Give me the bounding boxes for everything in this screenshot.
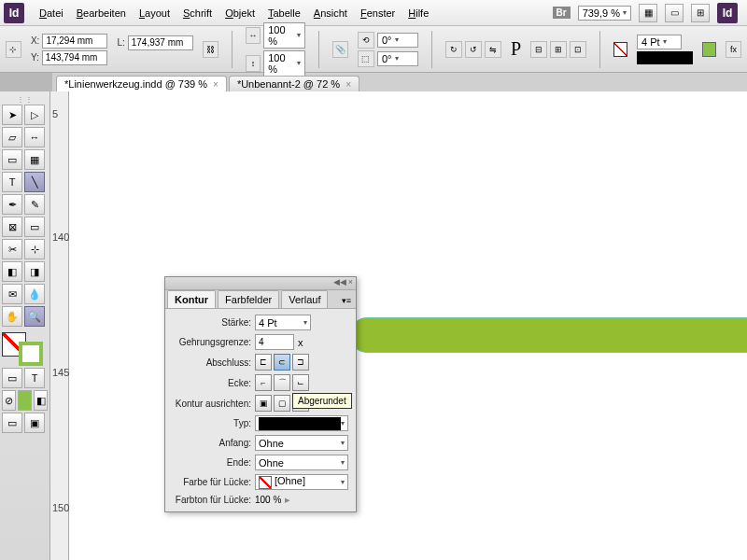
gradient-tool[interactable]: ◧ [2,261,22,282]
menu-hilfe[interactable]: Hilfe [402,4,434,22]
pencil-tool[interactable]: ✎ [24,194,45,215]
close-icon[interactable]: × [345,79,351,90]
page-tool[interactable]: ▱ [2,127,22,147]
constrain-icon[interactable]: ⛓ [203,41,218,58]
anfang-dropdown[interactable]: Ohne [255,435,348,451]
fill-stroke-swatches[interactable] [2,332,45,366]
gehrung-suffix: x [298,337,303,348]
scale-y-input[interactable]: 100 % [263,50,305,77]
ecke-label: Ecke: [173,378,251,388]
transform-tool[interactable]: ⊹ [24,239,45,259]
tab-farbfelder[interactable]: Farbfelder [218,290,279,308]
menu-layout[interactable]: Layout [134,4,176,22]
farbe-dropdown[interactable]: [Ohne] [255,474,348,490]
ausrichten-label: Kontur ausrichten: [173,399,251,409]
hand-tool[interactable]: ✋ [2,306,22,327]
bridge-button[interactable]: Br [553,7,571,19]
y-input[interactable] [42,50,107,65]
p-icon: P [511,38,521,60]
l-input[interactable] [128,35,193,50]
shear-input[interactable]: 0° [377,51,418,66]
effects-icon[interactable]: fx [726,41,741,58]
document-tab-1[interactable]: *Linienwerkzeug.indd @ 739 %× [56,76,227,91]
fill-swatch[interactable] [613,42,627,57]
cap-round-button[interactable]: ⊂ [274,354,290,371]
panel-menu-icon[interactable]: ▾≡ [337,293,356,308]
panel-grip[interactable] [2,95,48,103]
x-input[interactable] [42,34,107,49]
align-inside-button[interactable]: ▢ [274,395,290,412]
close-icon[interactable]: × [348,277,353,289]
staerke-dropdown[interactable]: 4 Pt [255,315,311,330]
stroke-style-dropdown[interactable] [637,51,693,64]
scale-x-input[interactable]: 100 % [263,22,305,49]
menu-ansicht[interactable]: Ansicht [308,4,353,22]
eyedropper-tool[interactable]: 💧 [24,284,45,304]
formatting-text-icon[interactable]: T [24,368,45,388]
stroke-weight-input[interactable]: 4 Pt [637,35,682,49]
close-icon[interactable]: × [213,79,218,90]
tab-verlauf[interactable]: Verlauf [281,290,328,308]
gradient-feather-tool[interactable]: ◨ [24,261,45,282]
collapse-icon[interactable]: ◀◀ [333,277,346,289]
cap-butt-button[interactable]: ⊏ [255,354,272,371]
distribute-icon[interactable]: ⊞ [550,41,567,58]
menu-bearbeiten[interactable]: Bearbeiten [71,4,132,22]
ende-dropdown[interactable]: Ohne [255,455,348,470]
slider-arrow-icon[interactable]: ▸ [285,494,290,506]
rotate-input[interactable]: 0° [377,33,418,48]
scale-x-icon: ↔ [246,27,261,44]
view-options-icon[interactable]: ▦ [639,4,657,22]
ruler-vertical[interactable]: 5 140 145 150 [50,91,69,560]
pen-tool[interactable]: ✒ [2,194,22,215]
app-logo[interactable]: Id [4,3,24,23]
gap-tool[interactable]: ↔ [24,127,45,147]
screen-mode-icon[interactable]: ▭ [665,4,684,22]
canvas[interactable]: ◀◀ × Kontur Farbfelder Verlauf ▾≡ Stärke… [69,91,747,560]
join-bevel-button[interactable]: ⌙ [292,374,309,391]
menu-objekt[interactable]: Objekt [219,4,261,22]
rotate-ccw-icon[interactable]: ↺ [465,41,482,58]
menu-fenster[interactable]: Fenster [355,4,401,22]
tab-kontur[interactable]: Kontur [167,290,216,308]
cap-projecting-button[interactable]: ⊐ [292,354,309,371]
pathfinder-icon[interactable]: ⊡ [570,41,586,58]
typ-dropdown[interactable] [255,415,348,431]
rectangle-tool[interactable]: ▭ [24,217,45,237]
document-tab-2[interactable]: *Unbenannt-2 @ 72 %× [229,76,359,91]
menu-tabelle[interactable]: Tabelle [262,4,306,22]
direct-selection-tool[interactable]: ▷ [24,105,45,125]
align-icon[interactable]: ⊟ [530,41,547,58]
farbton-value: 100 % [255,495,281,505]
note-tool[interactable]: ✉ [2,284,22,304]
arrange-icon[interactable]: ⊞ [691,4,710,22]
join-round-button[interactable]: ⌒ [274,374,290,391]
align-center-button[interactable]: ▣ [255,395,272,412]
selection-tool[interactable]: ➤ [2,105,22,125]
rectangle-frame-tool[interactable]: ⊠ [2,217,22,237]
content-tool[interactable]: ▭ [2,149,22,170]
zoom-dropdown[interactable]: 739,9 % [578,6,631,21]
line-tool[interactable]: ╲ [24,172,45,192]
grid-tool[interactable]: ▦ [24,149,45,170]
scissors-tool[interactable]: ✂ [2,239,22,259]
zoom-tool[interactable]: 🔍 [24,306,45,327]
normal-view-icon[interactable]: ▭ [2,413,22,433]
join-miter-button[interactable]: ⌐ [255,374,272,391]
apply-none-icon[interactable]: ⊘ [2,390,16,411]
reference-point-icon[interactable]: ⊹ [6,41,21,58]
rotate-cw-icon[interactable]: ↻ [445,41,462,58]
menu-schrift[interactable]: Schrift [177,4,218,22]
stroke-color-swatch[interactable] [702,42,716,57]
gehrung-input[interactable] [255,334,294,350]
panel-titlebar[interactable]: ◀◀ × [165,277,356,290]
rounded-line-shape[interactable] [349,317,747,353]
clip-icon[interactable]: 📎 [332,41,348,58]
apply-gradient-icon[interactable]: ◧ [34,390,48,411]
formatting-container-icon[interactable]: ▭ [2,368,22,388]
apply-color-icon[interactable] [18,390,32,411]
preview-view-icon[interactable]: ▣ [24,413,45,433]
menu-datei[interactable]: Datei [34,4,69,22]
type-tool[interactable]: T [2,172,22,192]
flip-h-icon[interactable]: ⇋ [485,41,501,58]
